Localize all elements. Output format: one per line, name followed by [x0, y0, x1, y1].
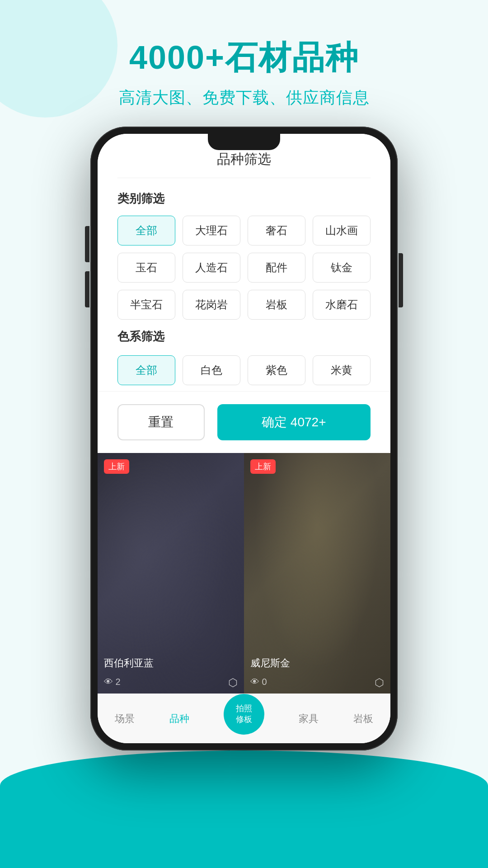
- category-section-label: 类别筛选: [117, 191, 371, 207]
- phone-screen: 品种筛选 类别筛选 全部大理石奢石山水画玉石人造石配件钛金半宝石花岗岩岩板水磨石…: [98, 134, 390, 743]
- category-tag-3[interactable]: 山水画: [313, 216, 371, 245]
- category-tag-10[interactable]: 岩板: [248, 290, 305, 320]
- product-badge-2: 上新: [250, 459, 276, 474]
- nav-item-3[interactable]: 家具: [299, 712, 319, 726]
- phone-mockup: 品种筛选 类别筛选 全部大理石奢石山水画玉石人造石配件钛金半宝石花岗岩岩板水磨石…: [90, 127, 398, 750]
- header-area: 4000+石材品种 高清大图、免费下载、供应商信息: [0, 36, 488, 109]
- phone-notch: [208, 134, 280, 150]
- category-tag-5[interactable]: 人造石: [183, 253, 240, 283]
- category-filter-grid: 全部大理石奢石山水画玉石人造石配件钛金半宝石花岗岩岩板水磨石: [117, 216, 371, 320]
- product-name-2: 威尼斯金: [250, 656, 290, 670]
- share-icon-1[interactable]: ⬡: [228, 676, 238, 689]
- category-tag-4[interactable]: 玉石: [117, 253, 175, 283]
- category-tag-9[interactable]: 花岗岩: [183, 290, 240, 320]
- reset-button[interactable]: 重置: [117, 404, 205, 440]
- color-tag-0[interactable]: 全部: [117, 355, 175, 385]
- product-badge-1: 上新: [104, 459, 129, 474]
- camera-button[interactable]: 拍照修板: [224, 694, 264, 735]
- category-tag-0[interactable]: 全部: [117, 216, 175, 245]
- color-section-label: 色系筛选: [117, 329, 371, 344]
- filter-modal: 品种筛选 类别筛选 全部大理石奢石山水画玉石人造石配件钛金半宝石花岗岩岩板水磨石…: [98, 134, 390, 391]
- modal-title: 品种筛选: [117, 150, 371, 178]
- phone-frame: 品种筛选 类别筛选 全部大理石奢石山水画玉石人造石配件钛金半宝石花岗岩岩板水磨石…: [90, 127, 398, 750]
- nav-item-1[interactable]: 品种: [169, 712, 189, 726]
- confirm-button[interactable]: 确定 4072+: [217, 404, 371, 440]
- color-filter-grid: 全部白色紫色米黄灰色黑色黄色蓝色红色绿色棕色: [117, 355, 371, 391]
- bottom-navigation: 场景品种拍照修板家具岩板: [98, 693, 390, 743]
- nav-label-1: 品种: [169, 712, 189, 726]
- product-card-2[interactable]: 上新 威尼斯金 👁 0 ⬡: [244, 453, 390, 694]
- bottom-action-area: 重置 确定 4072+: [98, 391, 390, 453]
- category-tag-7[interactable]: 钛金: [313, 253, 371, 283]
- color-tag-1[interactable]: 白色: [183, 355, 240, 385]
- product-name-1: 西伯利亚蓝: [104, 656, 154, 670]
- color-tag-2[interactable]: 紫色: [248, 355, 305, 385]
- category-tag-6[interactable]: 配件: [248, 253, 305, 283]
- nav-item-4[interactable]: 岩板: [353, 712, 373, 726]
- nav-item-2[interactable]: 拍照修板: [224, 703, 264, 735]
- camera-label: 拍照修板: [236, 703, 252, 725]
- nav-label-4: 岩板: [353, 712, 373, 726]
- product-grid: 上新 西伯利亚蓝 👁 2 ⬡ 上新 威尼斯金 👁 0 ⬡: [98, 453, 390, 694]
- category-tag-2[interactable]: 奢石: [248, 216, 305, 245]
- nav-item-0[interactable]: 场景: [115, 712, 135, 726]
- screen-content: 品种筛选 类别筛选 全部大理石奢石山水画玉石人造石配件钛金半宝石花岗岩岩板水磨石…: [98, 134, 390, 743]
- product-views-1: 👁 2: [104, 677, 121, 687]
- category-tag-1[interactable]: 大理石: [183, 216, 240, 245]
- color-tag-3[interactable]: 米黄: [313, 355, 371, 385]
- product-views-2: 👁 0: [250, 677, 267, 687]
- header-subtitle: 高清大图、免费下载、供应商信息: [0, 87, 488, 109]
- category-tag-8[interactable]: 半宝石: [117, 290, 175, 320]
- nav-label-0: 场景: [115, 712, 135, 726]
- nav-label-3: 家具: [299, 712, 319, 726]
- product-card-1[interactable]: 上新 西伯利亚蓝 👁 2 ⬡: [98, 453, 244, 694]
- bg-decoration-bottom: [0, 750, 488, 868]
- share-icon-2[interactable]: ⬡: [375, 676, 384, 689]
- header-title: 4000+石材品种: [0, 36, 488, 80]
- category-tag-11[interactable]: 水磨石: [313, 290, 371, 320]
